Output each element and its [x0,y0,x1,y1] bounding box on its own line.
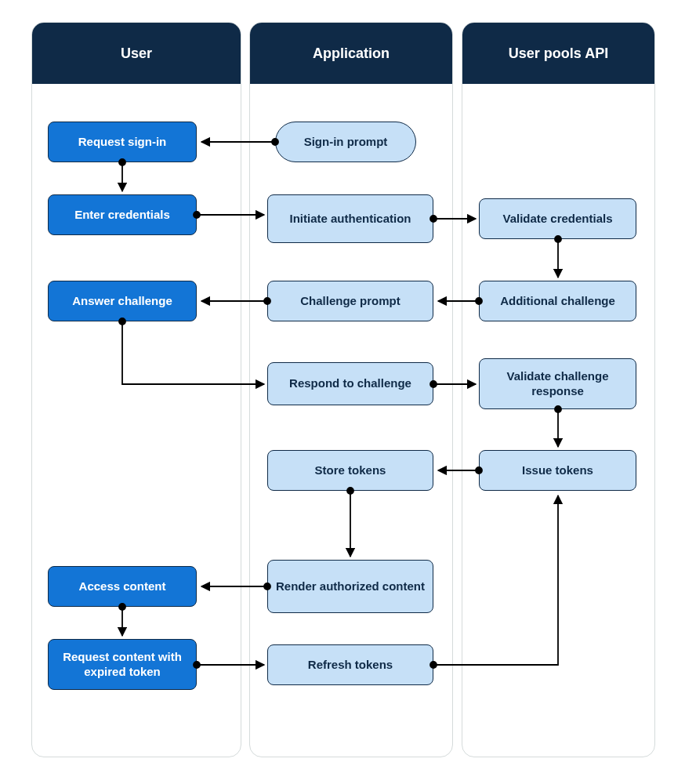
node-render-authorized: Render authorized content [267,560,433,613]
node-issue-tokens: Issue tokens [479,450,636,491]
node-additional-challenge: Additional challenge [479,281,636,321]
node-store-tokens: Store tokens [267,450,433,491]
node-validate-response: Validate challenge response [479,358,636,409]
node-signin-prompt: Sign-in prompt [275,122,416,162]
node-initiate-auth: Initiate authentication [267,194,433,243]
node-answer-challenge: Answer challenge [48,281,197,321]
node-request-expired: Request content with expired token [48,639,197,690]
node-challenge-prompt: Challenge prompt [267,281,433,321]
node-request-signin: Request sign-in [48,122,197,162]
node-enter-credentials: Enter credentials [48,194,197,235]
node-respond-challenge: Respond to challenge [267,362,433,405]
node-refresh-tokens: Refresh tokens [267,644,433,685]
lane-user-header: User [32,23,241,84]
lane-application-header: Application [250,23,452,84]
node-validate-credentials: Validate credentials [479,198,636,239]
node-access-content: Access content [48,566,197,607]
flow-diagram: User Application User pools API Request … [0,0,685,784]
lane-api-header: User pools API [462,23,654,84]
